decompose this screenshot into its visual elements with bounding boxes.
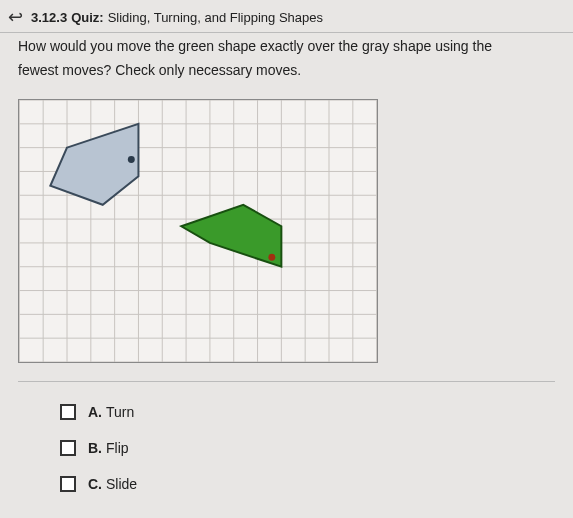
- quiz-label: Quiz:: [71, 10, 104, 25]
- option-label: Flip: [106, 440, 129, 456]
- figure-area: [18, 99, 378, 363]
- option-label: Turn: [106, 404, 134, 420]
- option-letter: B.: [88, 440, 102, 456]
- option-letter: A.: [88, 404, 102, 420]
- green-shape: [181, 204, 281, 266]
- answer-options: A. Turn B. Flip C. Slide: [0, 382, 573, 492]
- question-line1: How would you move the green shape exact…: [18, 35, 555, 59]
- checkbox-b[interactable]: [60, 440, 76, 456]
- question-text: How would you move the green shape exact…: [0, 32, 573, 95]
- option-row-c: C. Slide: [60, 476, 573, 492]
- gray-shape: [50, 123, 138, 204]
- quiz-title: Sliding, Turning, and Flipping Shapes: [108, 10, 323, 25]
- option-label: Slide: [106, 476, 137, 492]
- checkbox-c[interactable]: [60, 476, 76, 492]
- quiz-header: ↩ 3.12.3 Quiz: Sliding, Turning, and Fli…: [0, 0, 573, 32]
- green-dot-icon: [268, 253, 275, 260]
- option-row-a: A. Turn: [60, 404, 573, 420]
- question-line2: fewest moves? Check only necessary moves…: [18, 59, 555, 83]
- gray-dot-icon: [128, 156, 135, 163]
- grid-canvas: [18, 99, 378, 363]
- quiz-number: 3.12.3: [31, 10, 67, 25]
- checkbox-a[interactable]: [60, 404, 76, 420]
- option-letter: C.: [88, 476, 102, 492]
- back-arrow-icon[interactable]: ↩: [8, 6, 23, 28]
- option-row-b: B. Flip: [60, 440, 573, 456]
